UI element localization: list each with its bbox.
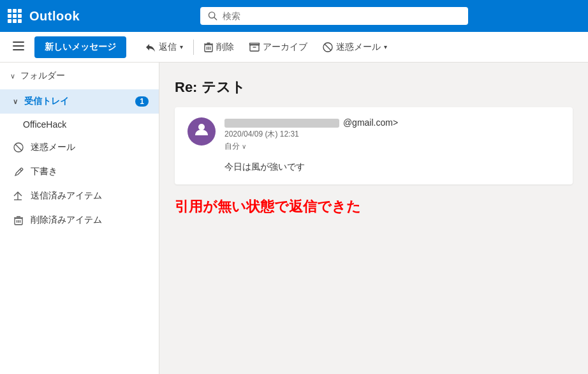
- toolbar-actions: 返信 ▾ 削除 アーカイブ: [139, 38, 580, 57]
- inbox-chevron-icon: ∨: [13, 98, 18, 106]
- inbox-label: 受信トレイ: [24, 96, 69, 107]
- email-to: 自分 ∨: [224, 141, 560, 152]
- svg-line-15: [325, 44, 331, 50]
- inbox-badge: 1: [135, 96, 149, 107]
- sidebar-item-junk[interactable]: 迷惑メール: [0, 135, 159, 160]
- email-to-label: 自分: [224, 141, 240, 152]
- avatar: [187, 117, 216, 146]
- sidebar-folders-header[interactable]: ∨ フォルダー: [0, 63, 159, 89]
- email-body: 今日は風が強いです: [187, 160, 560, 174]
- sent-icon: [13, 190, 24, 202]
- svg-rect-12: [250, 43, 260, 45]
- email-date: 2020/04/09 (木) 12:31: [224, 129, 560, 140]
- toolbar-divider-1: [193, 40, 194, 55]
- delete-label: 削除: [216, 41, 234, 53]
- email-from-domain: @gmail.com>: [343, 117, 398, 128]
- svg-rect-3: [13, 45, 24, 47]
- junk-icon: [323, 42, 333, 52]
- junk-folder-icon: [13, 142, 24, 153]
- email-content: Re: テスト @gmail.com> 2020/: [159, 63, 588, 374]
- delete-icon: [204, 42, 213, 52]
- email-to-chevron-icon[interactable]: ∨: [242, 143, 246, 150]
- svg-rect-2: [13, 41, 24, 43]
- sidebar-item-officehack[interactable]: OfficeHack: [0, 114, 159, 135]
- officehack-label: OfficeHack: [23, 119, 66, 130]
- hamburger-icon[interactable]: [8, 36, 29, 57]
- junk-button[interactable]: 迷惑メール ▾: [316, 38, 393, 57]
- email-subject: Re: テスト: [175, 78, 573, 97]
- sidebar-item-deleted[interactable]: 削除済みアイテム: [0, 208, 159, 232]
- svg-point-27: [198, 124, 205, 130]
- email-annotation: 引用が無い状態で返信できた: [175, 197, 573, 216]
- email-card: @gmail.com> 2020/04/09 (木) 12:31 自分 ∨ 今日…: [175, 107, 573, 184]
- folders-chevron-icon: ∨: [10, 72, 15, 80]
- svg-line-1: [214, 17, 216, 20]
- topbar: Outlook: [0, 0, 588, 32]
- sidebar-item-drafts[interactable]: 下書き: [0, 160, 159, 184]
- sent-label: 送信済みアイテム: [31, 190, 102, 202]
- svg-rect-4: [13, 49, 24, 50]
- app-launcher-icon[interactable]: [8, 9, 22, 23]
- toolbar: 新しいメッセージ 返信 ▾ 削除: [0, 32, 588, 63]
- search-icon: [208, 11, 217, 21]
- reply-label: 返信: [159, 41, 177, 53]
- sidebar-item-sent[interactable]: 送信済みアイテム: [0, 184, 159, 208]
- junk-chevron-icon[interactable]: ▾: [384, 43, 387, 50]
- email-from: @gmail.com>: [224, 117, 560, 128]
- junk-folder-label: 迷惑メール: [31, 142, 75, 153]
- svg-line-18: [20, 169, 22, 171]
- email-meta: @gmail.com> 2020/04/09 (木) 12:31 自分 ∨: [224, 117, 560, 152]
- archive-icon: [249, 43, 260, 52]
- reply-chevron-icon[interactable]: ▾: [180, 43, 183, 50]
- svg-rect-11: [250, 45, 259, 51]
- sidebar-item-inbox[interactable]: ∨ 受信トレイ 1: [0, 89, 159, 114]
- sidebar: ∨ フォルダー ∨ 受信トレイ 1 OfficeHack 迷惑メール: [0, 63, 159, 374]
- reply-button[interactable]: 返信 ▾: [139, 38, 189, 57]
- archive-button[interactable]: アーカイブ: [243, 38, 314, 57]
- main-layout: ∨ フォルダー ∨ 受信トレイ 1 OfficeHack 迷惑メール: [0, 63, 588, 374]
- search-bar[interactable]: [200, 7, 468, 25]
- search-input[interactable]: [223, 11, 460, 21]
- delete-button[interactable]: 削除: [198, 38, 240, 57]
- svg-line-17: [15, 144, 22, 151]
- app-brand: Outlook: [29, 9, 80, 24]
- junk-label: 迷惑メール: [336, 41, 381, 53]
- new-message-button[interactable]: 新しいメッセージ: [34, 36, 126, 58]
- email-header: @gmail.com> 2020/04/09 (木) 12:31 自分 ∨: [187, 117, 560, 152]
- deleted-label: 削除済みアイテム: [31, 214, 102, 226]
- email-from-blur: [224, 119, 339, 128]
- deleted-icon: [13, 214, 24, 226]
- drafts-icon: [13, 166, 24, 177]
- avatar-person-icon: [194, 122, 209, 141]
- folders-label: フォルダー: [20, 70, 65, 82]
- archive-label: アーカイブ: [263, 41, 307, 53]
- reply-icon: [145, 43, 156, 52]
- drafts-label: 下書き: [31, 166, 57, 177]
